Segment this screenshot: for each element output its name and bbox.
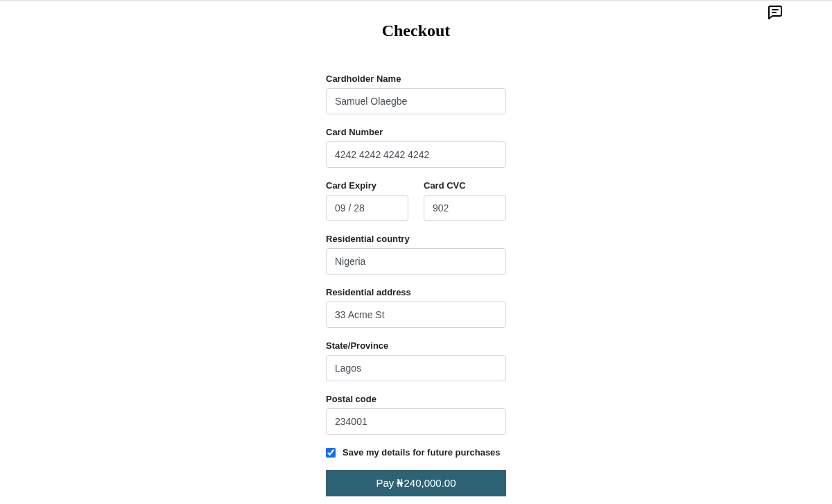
address-input[interactable]: [326, 302, 506, 328]
state-input[interactable]: [326, 355, 506, 381]
checkout-form: Cardholder Name Card Number Card Expiry …: [326, 73, 506, 504]
card-expiry-label: Card Expiry: [326, 180, 408, 191]
country-input[interactable]: [326, 248, 506, 275]
save-details-label: Save my details for future purchases: [343, 447, 501, 458]
pay-button[interactable]: Pay ₦240,000.00: [326, 470, 506, 496]
postal-input[interactable]: [326, 408, 506, 435]
address-label: Residential address: [326, 287, 506, 297]
card-expiry-input[interactable]: [326, 195, 408, 221]
state-label: State/Province: [326, 340, 506, 351]
cardholder-name-label: Cardholder Name: [326, 73, 506, 84]
country-label: Residential country: [326, 234, 506, 244]
card-cvc-label: Card CVC: [424, 180, 506, 191]
chat-icon[interactable]: [767, 4, 783, 21]
page-title: Checkout: [0, 21, 832, 40]
postal-label: Postal code: [326, 394, 506, 404]
cardholder-name-input[interactable]: [326, 88, 506, 114]
card-number-input[interactable]: [326, 141, 506, 168]
save-details-checkbox[interactable]: [326, 448, 336, 458]
card-number-label: Card Number: [326, 127, 506, 137]
card-cvc-input[interactable]: [424, 195, 506, 221]
